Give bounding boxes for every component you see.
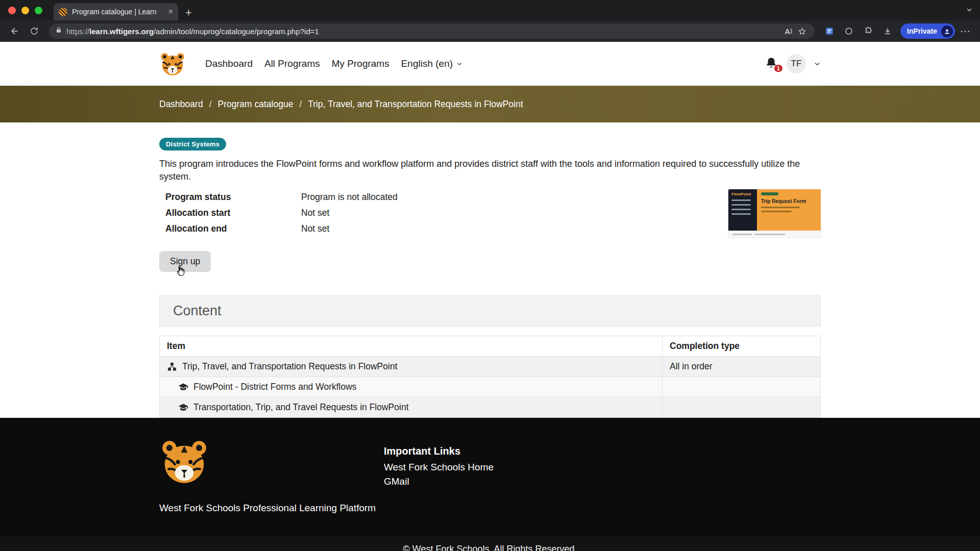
user-menu-chevron-icon[interactable] [814, 60, 821, 67]
footer-links-title: Important Links [384, 445, 494, 457]
thumbnail-sidebar: FlowPoint [728, 189, 757, 231]
extensions-puzzle-icon[interactable] [860, 22, 877, 40]
tab-close-icon[interactable]: × [168, 8, 173, 16]
back-icon[interactable] [6, 22, 23, 40]
completion-type-value [663, 397, 821, 418]
downloads-icon[interactable] [879, 22, 896, 40]
sign-up-button[interactable]: Sign up [159, 251, 211, 272]
footer-links: Important Links West Fork Schools Home G… [384, 436, 494, 536]
close-window-button[interactable] [8, 7, 16, 14]
lock-icon [55, 27, 62, 36]
read-aloud-icon[interactable]: A) [785, 27, 792, 36]
tab-search-chevron-icon[interactable] [966, 6, 973, 15]
copilot-icon[interactable] [840, 22, 857, 40]
chevron-down-icon [456, 61, 462, 67]
browser-menu-icon[interactable]: ⋯ [957, 25, 974, 37]
program-description: This program introduces the FlowPoint fo… [159, 158, 821, 183]
field-allocation-end: Allocation end Not set [159, 221, 398, 237]
field-allocation-start: Allocation start Not set [159, 205, 398, 221]
category-badge[interactable]: District Systems [159, 138, 226, 151]
copyright-text: © West Fork Schools. All Rights Reserved… [0, 536, 980, 551]
program-set-icon [167, 362, 177, 372]
content-section-header: Content [159, 295, 821, 327]
notifications-bell-icon[interactable]: 1 [765, 57, 779, 71]
completion-type-value [663, 377, 821, 397]
main-nav: Dashboard All Programs My Programs Engli… [205, 55, 462, 72]
column-header-completion-type: Completion type [663, 336, 821, 357]
breadcrumb: Dashboard / Program catalogue / Trip, Tr… [159, 99, 821, 110]
nav-dashboard[interactable]: Dashboard [205, 55, 253, 72]
browser-chrome: Program catalogue | Learn × + https://le… [0, 0, 980, 42]
nav-language-menu[interactable]: English (en) [401, 55, 462, 72]
site-logo-tiger-icon[interactable] [159, 51, 186, 77]
breadcrumb-bar: Dashboard / Program catalogue / Trip, Tr… [0, 86, 980, 122]
tab-favicon-icon [59, 8, 67, 16]
program-fields: Program status Program is not allocated … [159, 189, 398, 237]
collections-extension-icon[interactable] [821, 22, 838, 40]
breadcrumb-program-catalogue[interactable]: Program catalogue [218, 99, 293, 110]
item-link-course[interactable]: FlowPoint - District Forms and Workflows [193, 382, 357, 392]
platform-name: West Fork Schools Professional Learning … [159, 503, 384, 514]
inprivate-label: InPrivate [907, 27, 937, 35]
browser-tab[interactable]: Program catalogue | Learn × [54, 3, 178, 20]
main-content: District Systems This program introduces… [0, 122, 980, 418]
browser-toolbar: https://learn.wftigers.org/admin/tool/mu… [0, 20, 980, 42]
inprivate-profile-badge[interactable]: InPrivate [900, 23, 955, 39]
footer-link-schools-home[interactable]: West Fork Schools Home [384, 462, 494, 473]
course-graduation-cap-icon [178, 403, 188, 413]
nav-all-programs[interactable]: All Programs [264, 55, 320, 72]
table-row: Transportation, Trip, and Travel Request… [160, 397, 821, 418]
footer-link-gmail[interactable]: GMail [384, 476, 494, 487]
course-graduation-cap-icon [178, 382, 188, 392]
tab-title: Program catalogue | Learn [72, 8, 164, 16]
screen: Program catalogue | Learn × + https://le… [0, 0, 980, 551]
item-link-program-set[interactable]: Trip, Travel, and Transportation Request… [182, 361, 398, 372]
user-avatar[interactable]: TF [787, 54, 806, 73]
nav-my-programs[interactable]: My Programs [332, 55, 389, 72]
item-link-course[interactable]: Transportation, Trip, and Travel Request… [193, 402, 409, 413]
window-controls [8, 0, 42, 20]
url-text: https://learn.wftigers.org/admin/tool/mu… [66, 27, 780, 36]
thumbnail-footer [728, 231, 821, 238]
table-row: Trip, Travel, and Transportation Request… [160, 357, 821, 377]
completion-type-value: All in order [663, 357, 821, 377]
breadcrumb-current-page: Trip, Travel, and Transportation Request… [308, 99, 523, 110]
table-row: FlowPoint - District Forms and Workflows [160, 377, 821, 397]
site-footer: West Fork Schools Professional Learning … [0, 418, 980, 551]
site-header: Dashboard All Programs My Programs Engli… [0, 42, 980, 86]
program-thumbnail: FlowPoint Trip Request Form [728, 189, 821, 238]
new-tab-button[interactable]: + [185, 7, 192, 18]
zoom-window-button[interactable] [35, 7, 42, 14]
breadcrumb-separator: / [299, 99, 302, 110]
address-bar[interactable]: https://learn.wftigers.org/admin/tool/mu… [49, 23, 815, 39]
notification-count-badge: 1 [774, 65, 782, 72]
profile-avatar-icon [941, 26, 953, 37]
favorite-star-icon[interactable] [796, 25, 808, 37]
content-items-table: Item Completion type [159, 336, 821, 418]
field-program-status: Program status Program is not allocated [159, 189, 398, 205]
minimize-window-button[interactable] [21, 7, 29, 14]
thumbnail-body: Trip Request Form [757, 189, 821, 231]
breadcrumb-dashboard[interactable]: Dashboard [159, 99, 203, 110]
tab-strip: Program catalogue | Learn × + [0, 0, 980, 20]
footer-logo-tiger-icon [159, 436, 209, 486]
column-header-item: Item [160, 336, 663, 357]
refresh-icon[interactable] [26, 22, 43, 40]
breadcrumb-separator: / [209, 99, 212, 110]
content-title: Content [173, 303, 807, 319]
